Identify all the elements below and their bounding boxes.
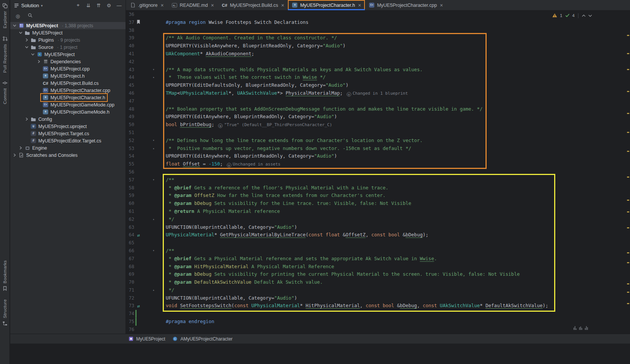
code-line[interactable]: 37#pragma region Wwise Footsteps Switch … — [126, 19, 630, 27]
chevron-down-icon[interactable] — [24, 45, 29, 49]
code-line[interactable]: 74 — [126, 310, 630, 318]
line-number[interactable]: 47 — [126, 97, 134, 105]
code-line[interactable]: 50bool bPrintDebug;u"True" (Default__BP_… — [126, 121, 630, 129]
code-line[interactable]: 76 — [126, 326, 630, 334]
scrollbar-warning-mark[interactable] — [627, 292, 629, 293]
line-number[interactable]: 56 — [126, 168, 134, 176]
tool-window-button-commit[interactable]: Commit — [2, 80, 8, 104]
scrollbar-warning-mark[interactable] — [627, 132, 629, 133]
code-line[interactable]: 57▾/** — [126, 176, 630, 184]
blueprint-usage-icon[interactable]: ⇄ — [135, 231, 142, 239]
line-number[interactable]: 76 — [126, 326, 134, 334]
code-line[interactable]: 67 * @brief Gets a Physical Material ref… — [126, 255, 630, 263]
code-line[interactable]: 68 * @param HitPhysicalMaterial A Physic… — [126, 263, 630, 271]
line-number[interactable]: 71 — [126, 286, 134, 294]
line-number[interactable]: 52 — [126, 137, 134, 145]
line-number[interactable]: 39 — [126, 34, 134, 42]
chevron-right-icon[interactable] — [24, 38, 29, 42]
tree-item-myue5projecteditor-target-cs[interactable]: #MyUE5ProjectEditor.Target.cs — [10, 137, 126, 144]
chevron-down-icon[interactable] — [18, 31, 23, 34]
scrollbar-warning-mark[interactable] — [627, 252, 629, 253]
tree-item-myue5projectcharacter-h[interactable]: HMyUE5ProjectCharacter.h — [10, 94, 126, 101]
code-line[interactable]: 56 — [126, 168, 630, 176]
line-number[interactable]: 69 — [126, 270, 134, 278]
inlay-hint[interactable]: uUnchanged in assets — [227, 162, 281, 167]
blueprint-usage-icon[interactable]: ⇄ — [135, 302, 142, 310]
tree-item-myue5project-cpp[interactable]: C+MyUE5Project.cpp — [10, 65, 126, 72]
editor-tab-gitignore[interactable]: .gitignore× — [126, 0, 168, 10]
line-number[interactable]: 63 — [126, 223, 134, 231]
inlay-hint[interactable]: u"True" (Default__BP_ThirdPersonCharacte… — [218, 122, 332, 127]
line-number[interactable]: 72 — [126, 294, 134, 302]
tool-window-button-bookmarks[interactable]: Bookmarks — [2, 260, 8, 291]
code-line[interactable]: 44▴ * These values will set the correct … — [126, 73, 630, 81]
scrollbar-warning-mark[interactable] — [627, 283, 629, 284]
tree-item-myue5project-build-cs[interactable]: C#MyUE5Project.Build.cs — [10, 80, 126, 87]
tool-window-button-explorer[interactable]: Explorer — [2, 3, 8, 28]
code-line[interactable]: 60 * @param bDebug Sets visibility for t… — [126, 200, 630, 208]
fold-marker-icon[interactable]: ▾ — [151, 66, 156, 74]
line-number[interactable]: 37 — [126, 19, 134, 27]
line-number[interactable]: 57 — [126, 176, 134, 184]
fold-marker-icon[interactable]: ▾ — [151, 176, 156, 184]
settings-gear-icon[interactable]: ⚙ — [105, 3, 112, 8]
line-number[interactable]: 45 — [126, 81, 134, 89]
inspections-widget[interactable]: 1 4 — [552, 12, 592, 19]
tool-window-button-structure[interactable]: Structure — [2, 299, 8, 326]
select-opened-file-button[interactable]: ◎ — [14, 13, 21, 19]
tree-item-myue5project[interactable]: MyUE5Project — [10, 51, 126, 58]
line-number[interactable]: 50 — [126, 121, 134, 129]
code-editor[interactable]: 3637#pragma region Wwise Footsteps Switc… — [126, 11, 630, 334]
code-line[interactable]: 52▾/** Defines how long the line trace e… — [126, 137, 630, 145]
hide-panel-button[interactable]: — — [116, 3, 123, 8]
tree-item-myue5project-h[interactable]: HMyUE5Project.h — [10, 72, 126, 80]
tree-item-myue5project-uproject[interactable]: UMyUE5Project.uproject — [10, 123, 126, 130]
code-line[interactable]: 48/** Boolean property that sets AddOnSc… — [126, 105, 630, 113]
breadcrumb-amyue5projectcharacter[interactable]: CAMyUE5ProjectCharacter — [172, 336, 233, 342]
fold-marker-icon[interactable]: ▴ — [151, 73, 156, 81]
close-tab-icon[interactable]: × — [281, 2, 284, 8]
scrollbar-warning-mark[interactable] — [627, 200, 629, 201]
line-number[interactable]: 64 — [126, 231, 134, 239]
line-number[interactable]: 44 — [126, 73, 134, 81]
code-line[interactable]: 62▴ */ — [126, 216, 630, 223]
scrollbar-warning-mark[interactable] — [627, 177, 629, 178]
next-problem-button[interactable] — [588, 13, 592, 18]
tree-item-myue5project-target-cs[interactable]: #MyUE5Project.Target.cs — [10, 130, 126, 137]
chevron-right-icon[interactable] — [24, 117, 29, 121]
line-number[interactable]: 75 — [126, 318, 134, 326]
line-number[interactable]: 38 — [126, 27, 134, 34]
code-line[interactable]: 61 * @return A Physical Material referen… — [126, 208, 630, 216]
line-number[interactable]: 51 — [126, 129, 134, 137]
code-line[interactable]: 72UFUNCTION(BlueprintCallable, Category=… — [126, 294, 630, 302]
code-line[interactable]: 70 * @param DefaultAkSwitchValue Default… — [126, 278, 630, 286]
chevron-right-icon[interactable] — [12, 153, 17, 157]
scrollbar-warning-mark[interactable] — [627, 69, 629, 70]
fold-marker-icon[interactable]: ▾ — [151, 247, 156, 255]
code-line[interactable]: 38 — [126, 27, 630, 34]
editor-tab-readme-md[interactable]: M↓README.md× — [168, 0, 218, 10]
line-number[interactable]: 54 — [126, 152, 134, 160]
tree-item-config[interactable]: Config — [10, 116, 126, 123]
chevron-down-icon[interactable] — [12, 24, 17, 27]
code-line[interactable]: 51 — [126, 129, 630, 137]
code-line[interactable]: 64⇄UPhysicalMaterial* GetPhysicalMateria… — [126, 231, 630, 239]
code-line[interactable]: 46TMap<UPhysicalMaterial*, UAkSwitchValu… — [126, 89, 630, 97]
tree-item-myue5project[interactable]: MyUE5Project· 1,388 projects — [10, 22, 126, 29]
chevron-right-icon[interactable] — [36, 60, 41, 63]
close-tab-icon[interactable]: × — [160, 2, 163, 8]
code-line[interactable]: 54UPROPERTY(EditAnywhere, BlueprintReadO… — [126, 152, 630, 160]
line-number[interactable]: 49 — [126, 113, 134, 121]
code-line[interactable]: 65 — [126, 239, 630, 247]
chevron-down-icon[interactable] — [30, 53, 35, 56]
close-tab-icon[interactable]: × — [358, 2, 361, 8]
fold-marker-icon[interactable]: ▴ — [151, 216, 156, 223]
code-line[interactable]: 59 * @param OffsetZ How far the line tra… — [126, 192, 630, 200]
scrollbar-warning-mark[interactable] — [627, 227, 629, 228]
tree-item-myue5projectcharacter-cpp[interactable]: C+MyUE5ProjectCharacter.cpp — [10, 87, 126, 94]
line-number[interactable]: 59 — [126, 192, 134, 200]
editor-tab-myue5project-build-cs[interactable]: C#MyUE5Project.Build.cs× — [218, 0, 288, 10]
search-icon[interactable] — [27, 13, 33, 19]
line-number[interactable]: 67 — [126, 255, 134, 263]
line-number[interactable]: 66 — [126, 247, 134, 255]
